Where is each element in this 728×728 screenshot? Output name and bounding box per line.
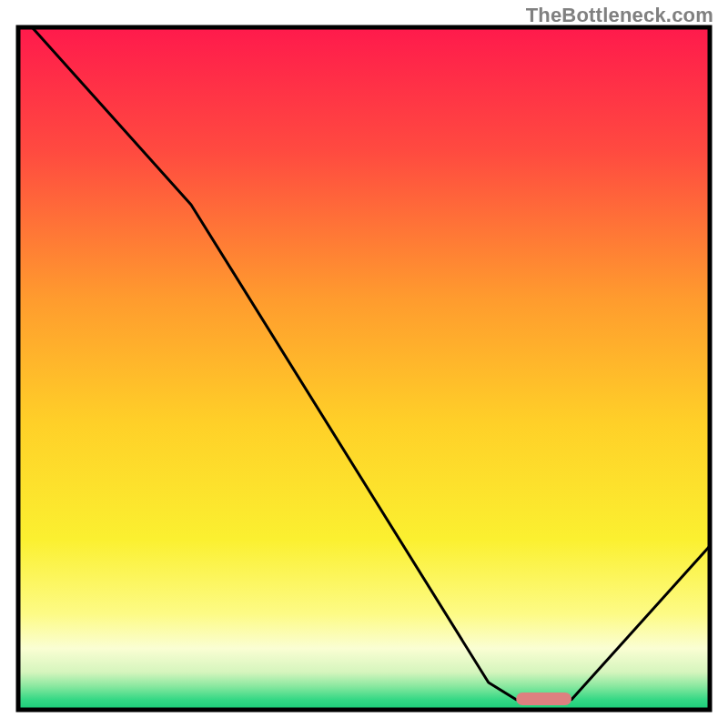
chart-container: TheBottleneck.com <box>0 0 728 728</box>
watermark-text: TheBottleneck.com <box>526 4 713 27</box>
chart-background <box>18 27 710 710</box>
optimal-marker <box>516 693 571 705</box>
bottleneck-chart <box>0 0 728 728</box>
